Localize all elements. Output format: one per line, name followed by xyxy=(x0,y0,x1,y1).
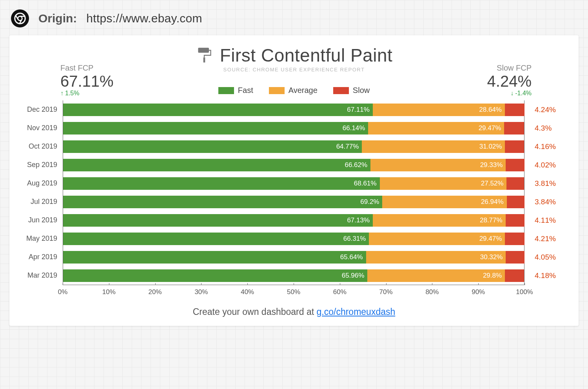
bar-segment-fast: 67.13% xyxy=(63,214,373,227)
bar-segment-fast: 66.62% xyxy=(63,159,370,171)
x-axis: 0%10%20%30%40%50%60%70%80%90%100% xyxy=(63,285,524,299)
legend-label-fast: Fast xyxy=(238,86,253,95)
legend-swatch-average xyxy=(269,87,285,94)
x-axis-tick: 40% xyxy=(241,285,254,296)
bar-track: 64.77%31.02% xyxy=(63,140,524,153)
legend-label-average: Average xyxy=(289,86,318,95)
bar-segment-slow xyxy=(505,233,524,245)
bar-row: 65.64%30.32%4.05% xyxy=(63,248,524,266)
bar-segment-average: 29.8% xyxy=(367,269,505,282)
x-axis-tick: 80% xyxy=(425,285,439,296)
bar-track: 65.96%29.8% xyxy=(63,269,524,282)
bar-row: 68.61%27.52%3.81% xyxy=(63,174,524,193)
chart-title: First Contentful Paint xyxy=(220,45,393,66)
page-header: Origin: https://www.ebay.com xyxy=(3,3,585,35)
bar-segment-fast: 66.31% xyxy=(63,233,369,245)
bar-segment-slow xyxy=(506,177,524,190)
row-slow-value: 4.18% xyxy=(524,266,556,285)
row-slow-value: 4.24% xyxy=(524,100,556,119)
origin-url: https://www.ebay.com xyxy=(86,12,202,25)
bar-track: 69.2%26.94% xyxy=(63,196,524,208)
y-axis-label: Aug 2019 xyxy=(16,174,61,193)
bar-segment-slow xyxy=(506,159,524,171)
kpi-slow-label: Slow FCP xyxy=(487,64,532,73)
legend-swatch-slow xyxy=(333,87,349,94)
kpi-fast-label: Fast FCP xyxy=(60,64,114,73)
legend-item-average: Average xyxy=(269,86,318,95)
origin-label: Origin: xyxy=(38,12,77,25)
legend-label-slow: Slow xyxy=(353,86,370,95)
bar-segment-fast: 64.77% xyxy=(63,140,362,153)
bar-track: 67.11%28.64% xyxy=(63,104,524,116)
y-axis-label: Oct 2019 xyxy=(16,137,61,156)
bar-row: 67.13%28.77%4.11% xyxy=(63,211,524,229)
x-axis-tick: 20% xyxy=(149,285,162,296)
bar-row: 66.14%29.47%4.3% xyxy=(63,119,524,137)
bar-segment-average: 28.77% xyxy=(373,214,506,227)
row-slow-value: 4.02% xyxy=(524,156,556,174)
row-slow-value: 4.3% xyxy=(524,119,552,137)
y-axis-label: Jul 2019 xyxy=(16,193,61,211)
bar-row: 69.2%26.94%3.84% xyxy=(63,193,524,211)
x-axis-tick: 0% xyxy=(58,285,68,296)
y-axis-label: Dec 2019 xyxy=(16,100,61,119)
bar-segment-fast: 67.11% xyxy=(63,104,373,116)
bar-segment-fast: 69.2% xyxy=(63,196,382,208)
bar-segment-average: 29.47% xyxy=(368,122,504,135)
bar-segment-slow xyxy=(504,122,524,135)
legend-item-fast: Fast xyxy=(218,86,253,95)
bar-segment-average: 29.47% xyxy=(369,233,505,245)
y-axis-label: Mar 2019 xyxy=(16,266,61,285)
bar-segment-slow xyxy=(505,140,524,153)
y-axis-label: Jun 2019 xyxy=(16,211,61,229)
y-axis-label: Nov 2019 xyxy=(16,119,61,137)
bar-segment-average: 27.52% xyxy=(380,177,507,190)
bar-segment-average: 28.64% xyxy=(373,104,505,116)
bar-segment-fast: 65.96% xyxy=(63,269,367,282)
bar-segment-average: 29.33% xyxy=(370,159,506,171)
bar-row: 67.11%28.64%4.24% xyxy=(63,100,524,119)
bar-segment-average: 30.32% xyxy=(366,251,506,264)
bar-segment-fast: 66.14% xyxy=(63,122,368,135)
kpi-fast-value: 67.11% xyxy=(60,73,114,90)
legend-swatch-fast xyxy=(218,87,234,94)
footer-link[interactable]: g.co/chromeuxdash xyxy=(317,307,396,317)
row-slow-value: 4.16% xyxy=(524,137,556,156)
bar-row: 66.31%29.47%4.21% xyxy=(63,229,524,248)
x-axis-tick: 10% xyxy=(102,285,116,296)
bar-segment-slow xyxy=(507,196,524,208)
fcp-card: First Contentful Paint SOURCE: CHROME US… xyxy=(9,35,579,326)
footer-cta: Create your own dashboard at g.co/chrome… xyxy=(16,307,572,317)
bar-segment-slow xyxy=(506,214,524,227)
x-axis-tick: 90% xyxy=(472,285,485,296)
x-axis-tick: 70% xyxy=(379,285,393,296)
row-slow-value: 3.84% xyxy=(524,193,556,211)
y-axis-label: Sep 2019 xyxy=(16,156,61,174)
chart-title-row: First Contentful Paint xyxy=(16,45,572,66)
bar-track: 66.62%29.33% xyxy=(63,159,524,171)
row-slow-value: 4.11% xyxy=(524,211,556,229)
bar-segment-slow xyxy=(506,251,524,264)
bar-segment-average: 31.02% xyxy=(362,140,505,153)
y-axis-label: Apr 2019 xyxy=(16,248,61,266)
kpi-slow: Slow FCP 4.24% -1.4% xyxy=(487,64,532,97)
bar-segment-fast: 65.64% xyxy=(63,251,366,264)
kpi-fast-delta: 1.5% xyxy=(60,90,114,97)
bar-track: 65.64%30.32% xyxy=(63,251,524,264)
bar-track: 66.14%29.47% xyxy=(63,122,524,135)
bar-track: 67.13%28.77% xyxy=(63,214,524,227)
paint-roller-icon xyxy=(196,47,213,64)
x-axis-tick: 100% xyxy=(516,285,533,296)
bar-row: 65.96%29.8%4.18% xyxy=(63,266,524,285)
svg-rect-4 xyxy=(203,58,205,63)
svg-rect-2 xyxy=(198,48,209,53)
kpi-slow-delta: -1.4% xyxy=(487,90,532,97)
row-slow-value: 3.81% xyxy=(524,174,556,193)
kpi-slow-value: 4.24% xyxy=(487,73,532,90)
row-slow-value: 4.21% xyxy=(524,229,556,248)
bar-row: 64.77%31.02%4.16% xyxy=(63,137,524,156)
bar-track: 68.61%27.52% xyxy=(63,177,524,190)
x-axis-tick: 50% xyxy=(287,285,300,296)
kpi-fast: Fast FCP 67.11% 1.5% xyxy=(60,64,114,97)
bar-row: 66.62%29.33%4.02% xyxy=(63,156,524,174)
